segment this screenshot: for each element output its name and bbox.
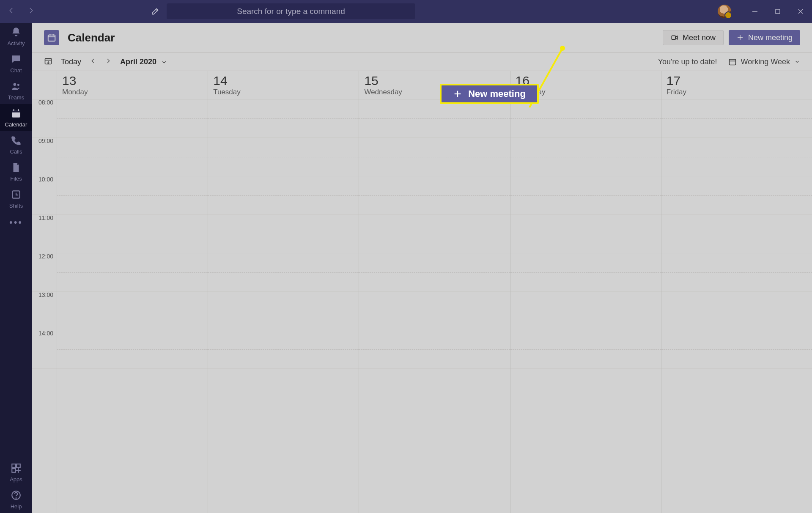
rail-label: Activity: [7, 40, 25, 47]
calendar-icon: [44, 30, 59, 45]
rail-label: Apps: [10, 476, 22, 483]
day-column[interactable]: 14Tuesday: [208, 71, 359, 513]
rail-more[interactable]: •••: [0, 212, 32, 233]
day-column[interactable]: 16Thursday: [510, 71, 661, 513]
rail-shifts[interactable]: Shifts: [0, 185, 32, 212]
meet-now-button[interactable]: Meet now: [663, 30, 724, 45]
svg-point-5: [17, 84, 19, 86]
svg-rect-13: [12, 469, 16, 472]
page-title: Calendar: [68, 31, 115, 44]
day-column[interactable]: 15Wednesday: [359, 71, 510, 513]
search-input[interactable]: Search for or type a command: [167, 3, 415, 19]
rail-label: Chat: [10, 67, 22, 74]
rail-activity[interactable]: Activity: [0, 23, 32, 50]
view-label: Working Week: [741, 58, 790, 66]
title-bar: Search for or type a command: [0, 0, 812, 23]
svg-rect-7: [12, 110, 20, 112]
main-panel: Calendar Meet now New meeting Today Apri…: [32, 23, 812, 513]
rail-calendar[interactable]: Calendar: [0, 104, 32, 131]
rail-help[interactable]: Help: [0, 486, 32, 513]
day-name: Friday: [667, 88, 807, 96]
compose-icon[interactable]: [151, 7, 159, 17]
svg-rect-11: [12, 464, 16, 468]
calendar-header: Calendar Meet now New meeting: [32, 23, 812, 52]
rail-label: Teams: [8, 94, 24, 101]
button-label: New meeting: [748, 33, 793, 42]
svg-point-17: [16, 497, 16, 498]
svg-rect-1: [776, 9, 780, 14]
month-picker[interactable]: April 2020: [120, 58, 167, 66]
rail-label: Files: [10, 176, 22, 182]
svg-rect-12: [16, 464, 20, 468]
rail-apps[interactable]: Apps: [0, 459, 32, 486]
time-label: 13:00: [32, 292, 57, 330]
forward-icon[interactable]: [27, 7, 35, 16]
svg-rect-18: [48, 35, 55, 41]
today-button[interactable]: Today: [61, 58, 81, 66]
minimize-icon[interactable]: [743, 0, 766, 23]
close-icon[interactable]: [789, 0, 812, 23]
svg-point-4: [14, 83, 16, 86]
svg-rect-28: [729, 59, 735, 65]
rail-files[interactable]: Files: [0, 158, 32, 185]
new-meeting-button[interactable]: New meeting: [729, 30, 800, 45]
day-column[interactable]: 13Monday: [57, 71, 208, 513]
time-label: 11:00: [32, 215, 57, 253]
rail-calls[interactable]: Calls: [0, 131, 32, 158]
annotation-callout: New meeting: [440, 84, 539, 104]
app-rail: Activity Chat Teams Calendar Calls Files…: [0, 23, 32, 513]
prev-week-button[interactable]: [90, 58, 96, 66]
button-label: Meet now: [683, 33, 716, 42]
time-gutter: 08:00 09:00 10:00 11:00 12:00 13:00 14:0…: [32, 71, 57, 513]
day-column[interactable]: 17Friday: [661, 71, 812, 513]
avatar[interactable]: [717, 4, 732, 19]
time-label: 08:00: [32, 99, 57, 138]
time-label: 10:00: [32, 176, 57, 215]
calendar-toolbar: Today April 2020 You're up to date! Work…: [32, 52, 812, 71]
month-label: April 2020: [120, 58, 156, 66]
rail-label: Calendar: [5, 121, 27, 128]
callout-new-meeting: New meeting: [440, 84, 539, 104]
callout-label: New meeting: [468, 88, 526, 99]
svg-marker-23: [675, 36, 678, 39]
calendar-grid: 08:00 09:00 10:00 11:00 12:00 13:00 14:0…: [32, 71, 812, 513]
rail-label: Shifts: [9, 203, 23, 209]
time-label: 12:00: [32, 253, 57, 292]
day-name: Tuesday: [213, 88, 354, 96]
rail-chat[interactable]: Chat: [0, 50, 32, 77]
next-week-button[interactable]: [105, 58, 112, 66]
sync-status: You're up to date!: [658, 58, 717, 66]
rail-label: Calls: [10, 148, 22, 155]
day-name: Monday: [62, 88, 203, 96]
view-picker[interactable]: Working Week: [728, 58, 800, 66]
back-icon[interactable]: [8, 7, 15, 16]
time-label: 14:00: [32, 330, 57, 369]
maximize-icon[interactable]: [766, 0, 789, 23]
time-label: 09:00: [32, 138, 57, 176]
day-number: 17: [667, 74, 807, 88]
rail-label: Help: [11, 503, 22, 510]
svg-rect-22: [672, 36, 675, 40]
today-icon[interactable]: [44, 57, 52, 67]
rail-teams[interactable]: Teams: [0, 77, 32, 104]
day-number: 14: [213, 74, 354, 88]
day-number: 13: [62, 74, 203, 88]
